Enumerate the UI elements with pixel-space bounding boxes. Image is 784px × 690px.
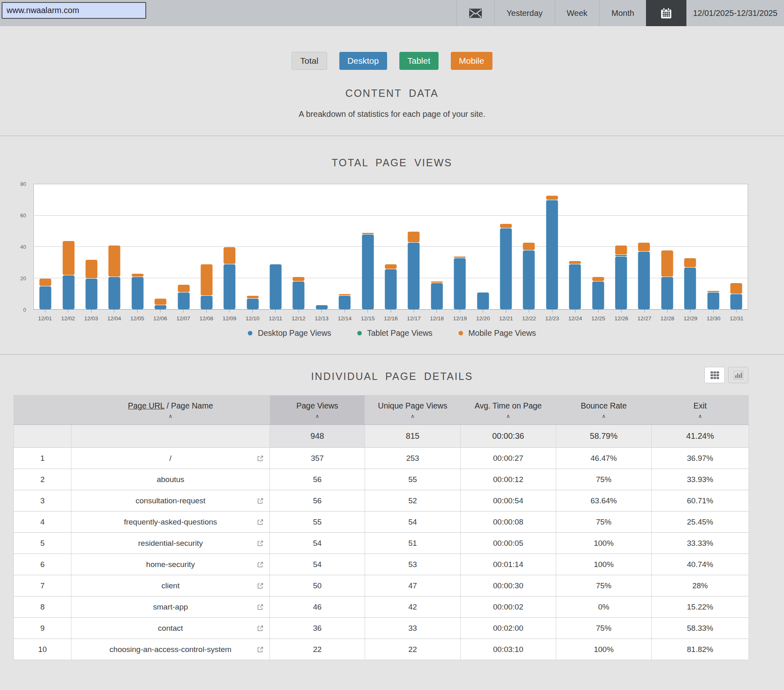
chart-view-button[interactable] <box>728 367 748 383</box>
stacked-bar[interactable] <box>178 285 189 309</box>
row-rank: 3 <box>14 490 71 511</box>
stacked-bar[interactable] <box>730 283 742 309</box>
desktop-bar-segment <box>109 277 120 309</box>
mobile-bar-segment <box>408 232 420 242</box>
page-name-cell: contact <box>71 618 270 639</box>
stacked-bar[interactable] <box>523 243 535 309</box>
page-name-cell: aboutus <box>71 469 270 490</box>
external-link-icon[interactable] <box>257 625 264 632</box>
bar-slot <box>356 184 379 309</box>
stacked-bar[interactable] <box>408 232 420 309</box>
stacked-bar[interactable] <box>62 241 74 309</box>
external-link-icon[interactable] <box>257 561 264 568</box>
x-axis-label: 12/31 <box>730 315 744 322</box>
external-link-icon[interactable] <box>257 518 264 525</box>
stacked-bar[interactable] <box>615 246 627 309</box>
filter-total-button[interactable]: Total <box>292 52 327 70</box>
external-link-icon[interactable] <box>257 497 264 504</box>
stacked-bar[interactable] <box>40 279 51 310</box>
filter-desktop-button[interactable]: Desktop <box>339 52 387 70</box>
stacked-bar[interactable] <box>85 260 97 309</box>
range-week-button[interactable]: Week <box>555 0 599 26</box>
x-axis-tick <box>460 310 460 313</box>
stacked-bar[interactable] <box>109 246 120 309</box>
external-link-icon[interactable] <box>257 455 264 462</box>
content-data-title: CONTENT DATA <box>0 87 784 99</box>
site-url-input[interactable] <box>2 2 146 19</box>
email-report-button[interactable] <box>457 0 494 26</box>
legend-item[interactable]: Tablet Page Views <box>357 328 432 338</box>
column-header-unique-page-views[interactable]: Unique Page Views∧ <box>365 395 461 425</box>
range-yesterday-button[interactable]: Yesterday <box>495 0 555 26</box>
table-view-button[interactable] <box>704 367 725 383</box>
range-month-button[interactable]: Month <box>600 0 646 26</box>
stacked-bar[interactable] <box>638 243 650 309</box>
x-axis-tick <box>183 310 183 313</box>
metric-cell: 0% <box>556 596 652 618</box>
x-axis-tick <box>414 310 414 313</box>
bar-slot <box>679 184 702 309</box>
metric-cell: 56 <box>270 490 365 511</box>
stacked-bar[interactable] <box>247 296 258 309</box>
stacked-bar[interactable] <box>661 250 673 309</box>
row-rank: 6 <box>14 554 71 575</box>
summary-cell: 58.79% <box>556 425 652 448</box>
stacked-bar[interactable] <box>316 305 327 309</box>
legend-item[interactable]: Desktop Page Views <box>248 328 331 338</box>
x-axis-label: 12/02 <box>61 315 75 322</box>
metric-cell: 60.71% <box>652 490 749 511</box>
custom-range-button[interactable] <box>646 0 686 26</box>
sort-caret-icon: ∧ <box>652 413 748 419</box>
column-header-avg-time-on-page[interactable]: Avg. Time on Page∧ <box>461 395 556 425</box>
stacked-bar[interactable] <box>592 277 604 309</box>
external-link-icon[interactable] <box>257 540 264 547</box>
external-link-icon[interactable] <box>257 582 264 589</box>
bar-slot <box>195 184 218 309</box>
row-rank: 10 <box>14 639 71 660</box>
stacked-bar[interactable] <box>454 257 466 309</box>
stacked-bar[interactable] <box>293 277 305 309</box>
bar-slot <box>471 184 494 309</box>
stacked-bar[interactable] <box>707 291 719 309</box>
bar-slot <box>172 184 195 309</box>
stacked-bar[interactable] <box>569 261 581 309</box>
external-link-icon[interactable] <box>257 646 264 653</box>
column-header-label: Bounce Rate <box>556 401 651 411</box>
stacked-bar[interactable] <box>155 299 167 309</box>
stacked-bar[interactable] <box>477 293 489 309</box>
column-header-exit[interactable]: Exit∧ <box>652 395 749 425</box>
column-header-bounce-rate[interactable]: Bounce Rate∧ <box>556 395 652 425</box>
stacked-bar[interactable] <box>500 224 512 309</box>
filter-tablet-button[interactable]: Tablet <box>399 52 439 70</box>
stacked-bar[interactable] <box>546 196 558 309</box>
stacked-bar[interactable] <box>684 258 696 309</box>
x-axis-tick <box>368 310 368 313</box>
legend-item[interactable]: Mobile Page Views <box>459 328 536 338</box>
stacked-bar[interactable] <box>385 264 397 309</box>
bar-chart-icon <box>733 371 744 380</box>
individual-page-details-title: INDIVIDUAL PAGE DETAILS <box>0 355 784 382</box>
x-axis-tick <box>298 310 299 313</box>
x-axis-label: 12/27 <box>637 315 651 322</box>
external-link-icon[interactable] <box>257 603 264 610</box>
metric-cell: 00:02:00 <box>461 618 556 639</box>
column-header-page-url-page-name[interactable]: Page URL / Page Name∧ <box>71 395 270 425</box>
mobile-bar-segment <box>546 196 558 200</box>
filter-mobile-button[interactable]: Mobile <box>451 52 492 70</box>
top-bar: Yesterday Week Month 12/01/2025-12/31/20… <box>0 0 784 26</box>
bar-slot <box>333 184 356 309</box>
stacked-bar[interactable] <box>131 274 143 309</box>
x-axis-slot: 12/31 <box>725 310 748 322</box>
stacked-bar[interactable] <box>270 264 282 309</box>
stacked-bar[interactable] <box>224 247 236 309</box>
page-name: contact <box>158 624 183 632</box>
content-data-subtitle: A breakdown of statistics for each page … <box>0 109 784 119</box>
stacked-bar[interactable] <box>431 281 443 309</box>
stacked-bar[interactable] <box>362 233 374 309</box>
column-header-page-views[interactable]: Page Views∧ <box>270 395 365 425</box>
metric-cell: 47 <box>365 575 461 596</box>
stacked-bar[interactable] <box>200 264 212 309</box>
stacked-bar[interactable] <box>339 294 351 309</box>
mobile-bar-segment <box>40 279 51 286</box>
page-name-cell: home-security <box>71 554 270 575</box>
